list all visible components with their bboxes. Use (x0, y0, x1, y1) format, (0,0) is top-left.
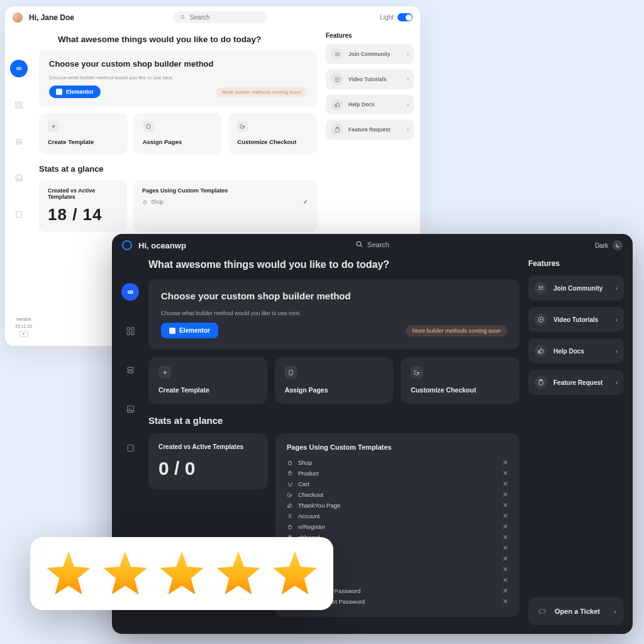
stat-templates-value: 18 / 14 (48, 205, 118, 225)
mode-label: Dark (595, 242, 608, 249)
stats-heading: Stats at a glance (39, 164, 317, 174)
row-icon (287, 524, 293, 530)
sidebar-item-layers[interactable] (121, 361, 139, 379)
svg-point-30 (541, 286, 543, 288)
close-icon[interactable]: ✕ (502, 544, 508, 552)
svg-rect-3 (19, 102, 22, 104)
close-icon[interactable]: ✕ (502, 458, 508, 467)
page-row: Account✕ (287, 511, 508, 521)
svg-rect-11 (147, 125, 150, 129)
star-icon (102, 550, 148, 597)
search-icon (180, 14, 186, 21)
tile-customize-checkout[interactable]: Customize Checkout (401, 357, 519, 404)
sidebar-item-image[interactable] (10, 169, 28, 187)
layers-icon (126, 365, 135, 375)
svg-point-12 (335, 52, 336, 53)
theme-toggle[interactable] (613, 240, 623, 250)
tile-create-template[interactable]: Create Template (148, 357, 267, 404)
image-icon (14, 174, 23, 182)
feature-join-community[interactable]: Join Community› (528, 275, 624, 301)
version-dropdown[interactable]: ▾ (19, 331, 28, 337)
row-icon (287, 481, 293, 487)
sidebar-item-home[interactable] (10, 60, 28, 77)
row-icon (287, 470, 293, 477)
tile-assign-pages[interactable]: Assign Pages (275, 357, 394, 404)
sidebar-item-grid[interactable] (10, 96, 28, 114)
elementor-button[interactable]: Elementor (49, 86, 101, 98)
star-icon (45, 550, 92, 597)
sidebar-item-image[interactable] (121, 400, 139, 418)
svg-point-0 (181, 15, 184, 18)
stat-templates: Created vs Active Templates 0 / 0 (148, 433, 268, 489)
infinity-icon (126, 287, 135, 297)
svg-rect-6 (16, 139, 21, 142)
top-bar: Hi, oceanwp Search Dark (112, 234, 633, 257)
feature-help-docs[interactable]: Help Docs› (326, 94, 414, 114)
tile-customize-checkout[interactable]: Customize Checkout (228, 113, 317, 154)
close-icon[interactable]: ✕ (502, 523, 508, 531)
feature-request[interactable]: Feature Request› (528, 370, 624, 395)
sidebar-item-layers[interactable] (10, 133, 28, 150)
tile-create-template[interactable]: Create Template (39, 113, 128, 154)
feature-join-community[interactable]: Join Community› (326, 44, 414, 64)
close-icon[interactable]: ✕ (502, 501, 508, 509)
row-icon (287, 502, 293, 509)
sidebar-item-grid[interactable] (121, 322, 139, 340)
feature-request[interactable]: Feature Request› (326, 119, 414, 140)
svg-rect-24 (128, 370, 133, 372)
bag-icon (142, 199, 148, 205)
search-box[interactable]: Search (355, 240, 389, 248)
close-icon[interactable]: ✕ (502, 480, 508, 488)
feature-video-tutorials[interactable]: Video Tutorials› (326, 69, 414, 89)
exit-icon (411, 366, 423, 379)
exit-icon (237, 121, 248, 132)
sidebar-item-home[interactable] (121, 283, 139, 301)
tiles: Create Template Assign Pages Customize C… (148, 357, 519, 404)
moon-icon (615, 243, 621, 248)
ticket-icon (536, 605, 548, 618)
page-icon (285, 366, 297, 379)
elementor-button[interactable]: Elementor (161, 323, 218, 338)
svg-rect-10 (16, 211, 21, 217)
close-icon[interactable]: ✕ (502, 587, 508, 595)
search-icon (355, 240, 364, 248)
close-icon[interactable]: ✕ (502, 597, 508, 606)
device-icon (126, 443, 135, 453)
search-box[interactable] (174, 11, 268, 23)
sidebar-item-tablet[interactable] (10, 206, 28, 223)
tile-assign-pages[interactable]: Assign Pages (134, 113, 223, 154)
open-ticket-button[interactable]: Open a Ticket› (528, 597, 624, 625)
page-row: Cart✕ (287, 479, 508, 489)
close-icon[interactable]: ✕ (502, 555, 508, 563)
layers-icon (14, 137, 23, 146)
svg-rect-4 (16, 106, 18, 108)
features-column: Features Join Community› Video Tutorials… (528, 259, 624, 625)
search-input[interactable] (190, 14, 262, 21)
close-icon[interactable]: ✕ (502, 565, 508, 574)
greeting: Hi, Jane Doe (29, 13, 74, 22)
feature-video-tutorials[interactable]: Video Tutorials› (528, 307, 624, 332)
close-icon[interactable]: ✕ (502, 491, 508, 499)
builder-subtitle: Choose what builder method would you lik… (49, 75, 307, 80)
close-icon[interactable]: ✕ (502, 533, 508, 541)
plus-icon (158, 366, 171, 379)
infinity-icon (14, 64, 23, 73)
close-icon[interactable]: ✕ (502, 512, 508, 520)
close-icon[interactable]: ✕ (502, 576, 508, 584)
chevron-right-icon: › (407, 76, 409, 82)
check-icon: ✓ (303, 199, 308, 205)
plus-icon (48, 121, 59, 132)
close-icon[interactable]: ✕ (502, 469, 508, 477)
play-icon (535, 313, 547, 326)
thumb-icon (535, 345, 547, 357)
play-icon (331, 73, 343, 86)
chevron-right-icon: › (614, 608, 616, 615)
sidebar-item-tablet[interactable] (121, 439, 139, 457)
community-icon (535, 282, 547, 294)
clipboard-icon (535, 376, 547, 389)
svg-point-17 (357, 242, 361, 246)
avatar[interactable] (13, 13, 23, 23)
coming-soon-pill: More builder methods coming soon (406, 325, 507, 336)
feature-help-docs[interactable]: Help Docs› (528, 338, 624, 364)
theme-toggle[interactable] (397, 13, 413, 21)
